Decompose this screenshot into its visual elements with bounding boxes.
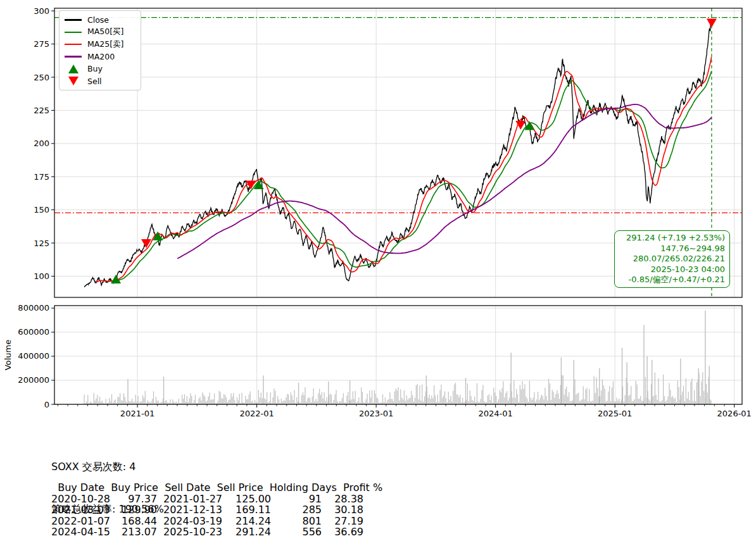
volume-bar [593,401,593,404]
volume-bar [606,402,607,404]
volume-bar [355,391,356,404]
volume-bar [369,390,370,404]
volume-bar [460,395,460,404]
volume-bar [439,390,440,404]
quote-range: 147.76~294.98 [618,244,725,254]
volume-bar [558,394,558,404]
price-tick-label: 100 [34,271,49,281]
volume-bar [400,389,401,404]
volume-bar [90,402,91,405]
volume-bar [358,397,359,404]
volume-bar [279,399,279,404]
volume-bar [120,393,120,404]
volume-bar [293,400,294,404]
volume-bar [96,399,96,405]
sell-date-cell: 2021-01-27 [163,494,227,505]
volume-bar [238,401,239,404]
volume-bar [430,399,431,404]
volume-bar [392,399,393,404]
volume-bar [700,396,700,404]
volume-spike-bar [426,375,427,404]
volume-spike-bar [511,352,512,404]
volume-bar [351,399,352,404]
volume-bar [633,401,634,404]
volume-bar [165,401,166,404]
volume-bar [194,400,194,404]
volume-bar [187,396,187,404]
volume-bar [656,395,657,404]
volume-bar [246,399,247,404]
volume-bar [667,400,667,404]
volume-bar [589,389,589,404]
volume-bar [304,395,305,405]
volume-bar [503,381,503,404]
volume-spike-bar [127,379,128,404]
volume-bar [423,402,424,404]
volume-bar [199,397,200,404]
volume-bar [478,402,479,404]
volume-bar [616,398,617,404]
volume-bar [275,391,275,404]
volume-bar [361,387,362,404]
volume-bar [331,395,332,404]
volume-bar [283,401,284,404]
volume-bar [396,389,396,404]
volume-bar [382,394,383,404]
volume-bar [517,394,518,404]
volume-bar [123,394,124,405]
volume-bar [322,392,322,404]
volume-bar [470,396,471,404]
volume-bar [639,399,639,404]
sell-marker [141,239,151,248]
volume-bar [313,389,314,404]
volume-bar [264,399,265,404]
volume-bar [172,399,173,404]
tick-marks [51,11,734,407]
volume-bar [362,392,363,404]
volume-bar [546,396,546,405]
volume-bar [668,396,669,404]
volume-bar [265,399,266,404]
volume-bar [214,394,215,404]
volume-bar [538,392,538,404]
volume-bar [660,402,661,405]
volume-bar [281,399,282,404]
volume-bar [677,380,678,404]
volume-bar [703,391,704,404]
legend-item-buy: Buy [65,63,135,75]
volume-bar [284,401,285,404]
volume-spike-bar [646,356,647,404]
volume-bar [211,399,212,404]
volume-bar [663,375,664,404]
volume-bar [695,401,696,404]
volume-bar [579,401,580,404]
price-tick-label: 225 [34,106,49,115]
volume-bar [617,401,618,404]
volume-bar [258,390,259,404]
volume-bar [614,401,615,404]
volume-bar [415,398,415,405]
volume-bar [241,393,242,404]
sell-date-cell: 2024-03-19 [163,516,227,527]
volume-bar [219,391,220,404]
ma25-line-swatch [65,44,82,45]
volume-bar [288,394,289,404]
volume-bar [527,399,527,404]
volume-bar [597,388,598,404]
sell-date-cell: 2025-10-23 [163,526,227,538]
volume-spike-bar [298,383,299,404]
volume-bar [98,402,99,404]
volume-bar [420,401,421,404]
volume-bar [296,397,297,404]
volume-bar [429,395,429,404]
volume-bar [590,401,591,404]
volume-bar [607,401,607,404]
volume-bar [645,377,646,404]
holding-days-cell: 285 [271,504,322,516]
volume-bar [535,402,536,404]
legend-item-ma200: MA200 [65,51,135,63]
volume-bar [577,394,577,404]
volume-bar [710,401,711,404]
volume-bar [625,395,626,405]
volume-bar [320,395,321,404]
